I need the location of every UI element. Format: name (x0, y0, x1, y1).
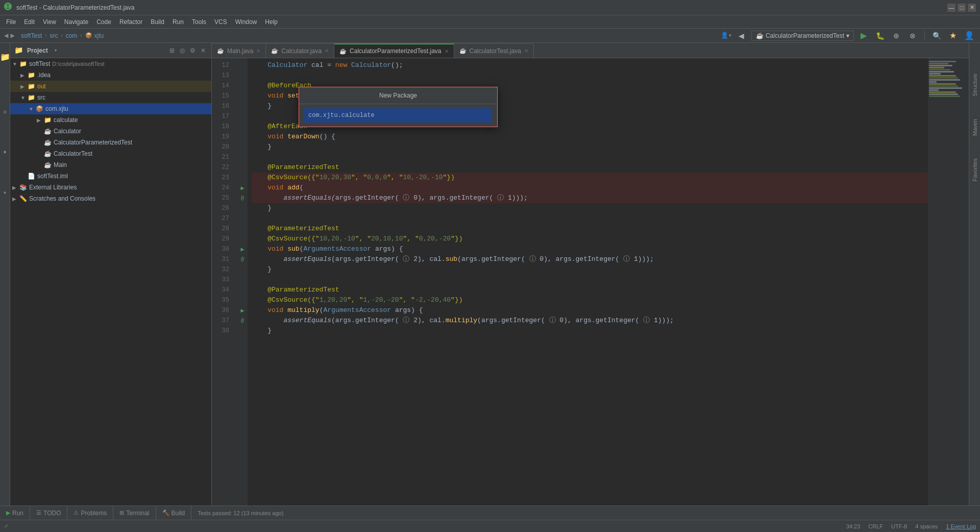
settings-button[interactable]: ★ (946, 29, 960, 42)
menu-tools[interactable]: Tools (188, 17, 210, 27)
status-encoding[interactable]: UTF-8 (891, 523, 907, 529)
line-num-36: 36 (212, 305, 233, 316)
debug-button[interactable]: 🐛 (873, 29, 887, 42)
tab-calcparamtest-java[interactable]: ☕ CalculatorParameterizedTest.java ✕ (334, 43, 454, 58)
nav-back-button[interactable]: ◀ (4, 31, 8, 40)
nav-forward-button[interactable]: ▶ (10, 31, 14, 40)
maximize-button[interactable]: □ (958, 4, 966, 12)
status-event-log[interactable]: 1 Event Log (946, 523, 976, 529)
breadcrumb-softtest[interactable]: softTest (21, 32, 42, 39)
line-numbers: 12 13 14 15 16 17 18 19 20 21 22 23 24 2… (212, 58, 237, 505)
menu-view[interactable]: View (39, 17, 60, 27)
tab-calctest-java[interactable]: ☕ CalculatorTest.java ✕ (454, 43, 534, 58)
bottom-tab-terminal[interactable]: ⊞ Terminal (113, 506, 156, 520)
bottom-tab-build[interactable]: 🔨 Build (156, 506, 192, 520)
run-button[interactable]: ▶ (857, 29, 870, 42)
code-content[interactable]: Calculator cal = new Calculator(); @Befo… (248, 58, 928, 505)
new-package-popup[interactable]: New Package com.xjtu.calculate (299, 87, 498, 127)
breadcrumb-src[interactable]: src (50, 32, 58, 39)
project-panel-title: Project (27, 47, 48, 54)
tab-close-calculator[interactable]: ✕ (325, 48, 329, 54)
search-button[interactable]: 🔍 (930, 29, 943, 42)
profile-button[interactable]: ⊗ (906, 29, 919, 42)
tree-icon-comxjtu: 📦 (36, 105, 43, 112)
gutter-15 (237, 91, 248, 101)
minimap[interactable] (928, 58, 969, 505)
tab-main-java[interactable]: ☕ Main.java ✕ (212, 43, 266, 58)
tree-item-extlibs[interactable]: ▶ 📚 External Libraries (10, 182, 211, 193)
tab-close-calctest[interactable]: ✕ (524, 48, 528, 54)
gutter-30[interactable]: ▶ (237, 244, 248, 254)
tree-item-softtest[interactable]: ▼ 📁 softTest D:\code\java\softTest (10, 58, 211, 69)
tree-item-calculator[interactable]: ▶ ☕ Calculator (10, 126, 211, 137)
tree-item-out[interactable]: ▶ 📁 out (10, 81, 211, 92)
menu-build[interactable]: Build (146, 17, 168, 27)
tree-item-calculate[interactable]: ▶ 📁 calculate (10, 114, 211, 126)
favorites-panel-label[interactable]: Favorites (972, 158, 978, 183)
gutter-24[interactable]: ▶ (237, 183, 248, 193)
menu-vcs[interactable]: VCS (210, 17, 231, 27)
line-num-31: 31 (212, 254, 233, 264)
menu-code[interactable]: Code (92, 17, 115, 27)
status-linesep[interactable]: CRLF (868, 523, 883, 529)
tree-item-comxjtu[interactable]: ▼ 📦 com.xjtu (10, 103, 211, 114)
structure-side-icon[interactable]: ≡ (1, 102, 9, 123)
sidebar-settings[interactable]: ⚙ (188, 46, 197, 55)
search-everywhere-icon[interactable]: 👤▾ (721, 32, 732, 39)
menu-window[interactable]: Window (231, 17, 261, 27)
maven-side-icon[interactable]: ♦ (1, 142, 9, 162)
tree-label-extlibs: External Libraries (29, 184, 77, 191)
gutter-36[interactable]: ▶ (237, 305, 248, 316)
tree-item-calctest[interactable]: ▶ ☕ CalculatorTest (10, 148, 211, 159)
line-num-30: 30 (212, 244, 233, 254)
breadcrumb-package-icon: 📦 (85, 32, 92, 39)
tree-item-main[interactable]: ▶ ☕ Main (10, 159, 211, 171)
menu-navigate[interactable]: Navigate (60, 17, 92, 27)
navigate-back-btn[interactable]: ◀ (735, 29, 748, 42)
menu-refactor[interactable]: Refactor (115, 17, 146, 27)
tab-calculator-java[interactable]: ☕ Calculator.java ✕ (266, 43, 334, 58)
structure-panel-label[interactable]: Structure (972, 74, 978, 99)
popup-suggestion[interactable]: com.xjtu.calculate (304, 108, 492, 123)
tree-item-calcparamtest[interactable]: ▶ ☕ CalculatorParameterizedTest (10, 137, 211, 148)
menu-help[interactable]: Help (261, 17, 282, 27)
status-position[interactable]: 34:23 (846, 523, 861, 529)
mini-line-18 (929, 95, 960, 97)
bottom-tab-run[interactable]: ▶ Run (0, 506, 30, 520)
breadcrumb-xjtu[interactable]: xjtu (94, 32, 104, 39)
sidebar-hide[interactable]: ✕ (199, 46, 207, 55)
project-dropdown-icon[interactable]: ▾ (54, 47, 58, 54)
project-icon[interactable]: 📁 (1, 47, 9, 67)
menu-bar: File Edit View Navigate Code Refactor Bu… (0, 15, 980, 29)
tree-icon-calculate: 📁 (44, 116, 52, 124)
menu-run[interactable]: Run (168, 17, 188, 27)
bottom-tab-problems[interactable]: ⚠ Problems (67, 506, 113, 520)
tree-item-softtestiml[interactable]: ▶ 📄 softTest.iml (10, 171, 211, 182)
code-editor[interactable]: 12 13 14 15 16 17 18 19 20 21 22 23 24 2… (212, 58, 969, 505)
line-num-19: 19 (212, 132, 233, 142)
menu-file[interactable]: File (2, 17, 20, 27)
breadcrumb-com[interactable]: com (66, 32, 78, 39)
coverage-button[interactable]: ⊕ (890, 29, 903, 42)
sidebar-collapse-all[interactable]: ⊞ (168, 46, 176, 55)
status-indent[interactable]: 4 spaces (915, 523, 938, 529)
line-num-38: 38 (212, 326, 233, 336)
run-config-selector[interactable]: ☕ CalculatorParameterizedTest ▾ (751, 31, 854, 41)
notifications-button[interactable]: 👤 (963, 29, 976, 42)
tab-close-calcparamtest[interactable]: ✕ (445, 49, 449, 54)
minimize-button[interactable]: — (947, 4, 955, 12)
tab-close-main[interactable]: ✕ (256, 48, 260, 54)
tab-label-calculator: Calculator.java (281, 47, 322, 55)
menu-edit[interactable]: Edit (20, 17, 39, 27)
bottom-tab-todo[interactable]: ☰ TODO (30, 506, 67, 520)
tree-icon-extlibs: 📚 (19, 184, 27, 191)
tree-arrow-calculate: ▶ (37, 117, 43, 123)
tree-item-idea[interactable]: ▶ 📁 .idea (10, 69, 211, 81)
maven-panel-label[interactable]: Maven (972, 119, 978, 138)
sidebar-locate[interactable]: ◎ (178, 46, 186, 55)
tree-item-scratches[interactable]: ▶ ✏️ Scratches and Consoles (10, 193, 211, 204)
tree-item-src[interactable]: ▼ 📁 src (10, 92, 211, 103)
close-button[interactable]: ✕ (968, 4, 976, 12)
tab-label-main: Main.java (227, 47, 253, 55)
favorites-side-icon[interactable]: ★ (1, 182, 9, 202)
